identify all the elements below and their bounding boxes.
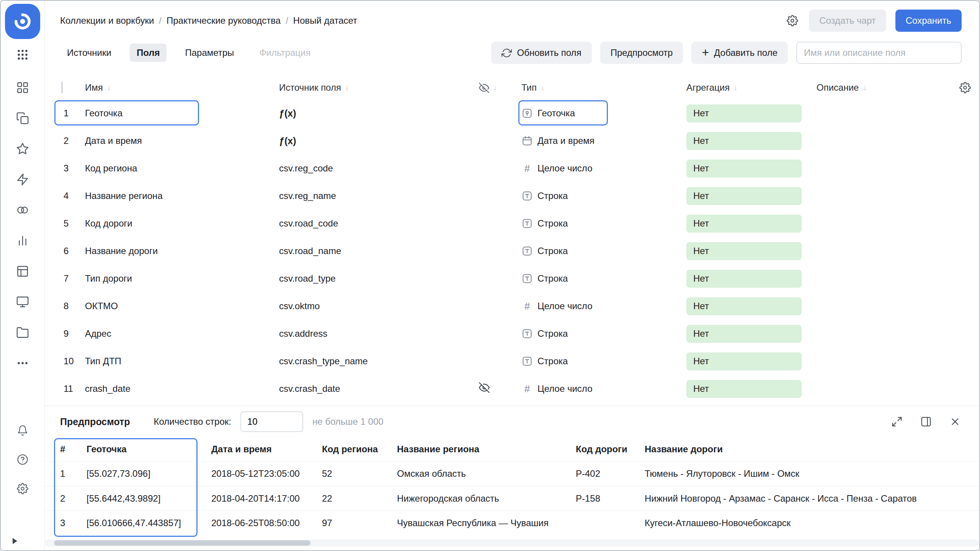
sort-arrow-icon[interactable]: ↓ bbox=[345, 83, 349, 92]
aggregation-select[interactable]: Нет bbox=[686, 325, 802, 343]
aggregation-select[interactable]: Нет bbox=[686, 297, 802, 315]
sort-arrow-icon[interactable]: ↓ bbox=[541, 83, 545, 92]
field-name-cell[interactable]: Тип ДТП bbox=[85, 356, 279, 367]
breadcrumb-collections[interactable]: Коллекции и воркбуки bbox=[60, 15, 154, 26]
field-row[interactable]: 9 Адрес csv.address Строка Нет bbox=[45, 320, 979, 347]
field-type-cell[interactable]: Геоточка bbox=[521, 108, 686, 119]
sidebar bbox=[1, 1, 45, 550]
field-type-cell[interactable]: Строка bbox=[521, 273, 686, 284]
refresh-fields-button[interactable]: Обновить поля bbox=[491, 42, 591, 64]
expand-preview-icon[interactable] bbox=[890, 414, 904, 429]
sort-arrow-icon[interactable]: ↓ bbox=[493, 83, 497, 92]
field-row[interactable]: 3 Код региона csv.reg_code #Целое число … bbox=[45, 155, 979, 182]
field-name-cell[interactable]: ОКТМО bbox=[85, 301, 279, 311]
collapse-icon[interactable] bbox=[10, 536, 19, 546]
field-name-cell[interactable]: Тип дороги bbox=[85, 273, 279, 284]
dock-panel-icon[interactable] bbox=[919, 414, 933, 429]
charts-icon[interactable] bbox=[16, 234, 29, 247]
field-type-cell[interactable]: Дата и время bbox=[521, 135, 686, 147]
row-number: 2 bbox=[59, 135, 85, 146]
help-icon[interactable] bbox=[17, 454, 28, 465]
field-source-cell: csv.road_name bbox=[279, 246, 479, 256]
favorites-icon[interactable] bbox=[16, 142, 29, 155]
tab-sources[interactable]: Источники bbox=[60, 44, 118, 62]
breadcrumb-workbook[interactable]: Практические руководства bbox=[167, 15, 281, 26]
aggregation-select[interactable]: Нет bbox=[686, 160, 802, 178]
save-button[interactable]: Сохранить bbox=[895, 10, 962, 32]
collections-icon[interactable] bbox=[16, 112, 29, 125]
field-row[interactable]: 4 Название региона csv.reg_name Строка Н… bbox=[45, 182, 979, 210]
tab-fields[interactable]: Поля bbox=[130, 44, 167, 62]
table-settings-gear-icon[interactable] bbox=[959, 82, 971, 93]
datasets-icon[interactable] bbox=[16, 265, 29, 278]
preview-cell: 97 bbox=[322, 518, 397, 528]
horizontal-scrollbar-thumb[interactable] bbox=[54, 540, 310, 546]
create-chart-button[interactable]: Создать чарт bbox=[809, 10, 886, 32]
field-type-cell[interactable]: #Целое число bbox=[521, 163, 686, 174]
monitoring-icon[interactable] bbox=[16, 295, 29, 308]
field-source-cell: csv.road_type bbox=[279, 273, 479, 284]
storage-icon[interactable] bbox=[16, 326, 29, 339]
field-type-cell[interactable]: Строка bbox=[521, 245, 686, 257]
aggregation-select[interactable]: Нет bbox=[686, 132, 802, 150]
tab-filtering[interactable]: Фильтрация bbox=[252, 44, 317, 62]
field-source-cell: csv.road_code bbox=[279, 218, 479, 229]
row-count-input[interactable] bbox=[240, 411, 303, 432]
editor-icon[interactable] bbox=[16, 173, 29, 186]
sort-arrow-icon[interactable]: ↓ bbox=[862, 83, 867, 92]
preview-cell: Нижегородская область bbox=[397, 493, 576, 504]
dashboards-icon[interactable] bbox=[16, 81, 29, 94]
select-all-checkbox[interactable] bbox=[61, 82, 63, 93]
field-type-cell[interactable]: Строка bbox=[521, 190, 686, 202]
row-number: 3 bbox=[59, 163, 85, 174]
refresh-fields-label: Обновить поля bbox=[517, 47, 581, 58]
field-row[interactable]: 11 crash_date csv.crash_date #Целое числ… bbox=[45, 375, 979, 403]
sort-arrow-icon[interactable]: ↓ bbox=[107, 83, 111, 92]
sort-arrow-icon[interactable]: ↓ bbox=[733, 83, 738, 92]
close-preview-icon[interactable] bbox=[948, 414, 962, 429]
aggregation-select[interactable]: Нет bbox=[686, 270, 802, 288]
field-hidden-eye-off-icon[interactable] bbox=[479, 382, 490, 393]
dataset-settings-gear-icon[interactable] bbox=[785, 13, 800, 28]
apps-grid-icon[interactable] bbox=[16, 48, 29, 61]
aggregation-select[interactable]: Нет bbox=[686, 187, 802, 205]
aggregation-select[interactable]: Нет bbox=[686, 215, 802, 233]
field-row[interactable]: 7 Тип дороги csv.road_type Строка Нет bbox=[45, 265, 979, 292]
aggregation-select[interactable]: Нет bbox=[686, 242, 802, 260]
aggregation-select[interactable]: Нет bbox=[686, 352, 802, 370]
preview-cell: 2018-04-20T14:17:00 bbox=[211, 493, 322, 504]
field-row[interactable]: 8 ОКТМО csv.oktmo #Целое число Нет bbox=[45, 292, 979, 320]
field-name-cell[interactable]: Адрес bbox=[85, 328, 279, 339]
field-search-input[interactable] bbox=[796, 42, 962, 64]
field-row[interactable]: 2 Дата и время ƒ(x) Дата и время Нет bbox=[45, 127, 979, 155]
notifications-icon[interactable] bbox=[17, 425, 28, 436]
datalens-logo[interactable] bbox=[5, 4, 40, 39]
field-name-cell[interactable]: crash_date bbox=[85, 383, 279, 394]
preview-toggle-button[interactable]: Предпросмотр bbox=[600, 42, 683, 64]
field-name-cell[interactable]: Код региона bbox=[85, 163, 279, 174]
formula-icon: ƒ(x) bbox=[279, 108, 479, 119]
field-name-cell[interactable]: Название дороги bbox=[85, 246, 279, 256]
field-type-cell[interactable]: Строка bbox=[521, 355, 686, 367]
field-row[interactable]: 10 Тип ДТП csv.crash_type_name Строка Не… bbox=[45, 347, 979, 375]
field-name-cell[interactable]: Код дороги bbox=[85, 218, 279, 229]
field-row[interactable]: 6 Название дороги csv.road_name Строка Н… bbox=[45, 237, 979, 265]
preview-cell: 2018-06-25T08:50:00 bbox=[211, 518, 322, 528]
add-field-button[interactable]: + Добавить поле bbox=[691, 42, 788, 64]
field-type-cell[interactable]: #Целое число bbox=[521, 300, 686, 312]
more-icon[interactable] bbox=[16, 357, 29, 370]
field-name-cell[interactable]: Дата и время bbox=[85, 135, 279, 146]
preview-cell: 2 bbox=[60, 493, 87, 504]
connections-icon[interactable] bbox=[16, 204, 29, 217]
field-type-cell[interactable]: Строка bbox=[521, 218, 686, 229]
field-type-cell[interactable]: #Целое число bbox=[521, 383, 686, 395]
tab-parameters[interactable]: Параметры bbox=[178, 44, 241, 62]
field-row[interactable]: 5 Код дороги csv.road_code Строка Нет bbox=[45, 210, 979, 237]
field-row[interactable]: 1 Геоточка ƒ(x) Геоточка Нет bbox=[45, 99, 979, 127]
field-name-cell[interactable]: Геоточка bbox=[85, 108, 279, 119]
field-name-cell[interactable]: Название региона bbox=[85, 191, 279, 201]
field-type-cell[interactable]: Строка bbox=[521, 328, 686, 339]
settings-icon[interactable] bbox=[17, 483, 28, 494]
aggregation-select[interactable]: Нет bbox=[686, 104, 802, 122]
aggregation-select[interactable]: Нет bbox=[686, 380, 802, 398]
